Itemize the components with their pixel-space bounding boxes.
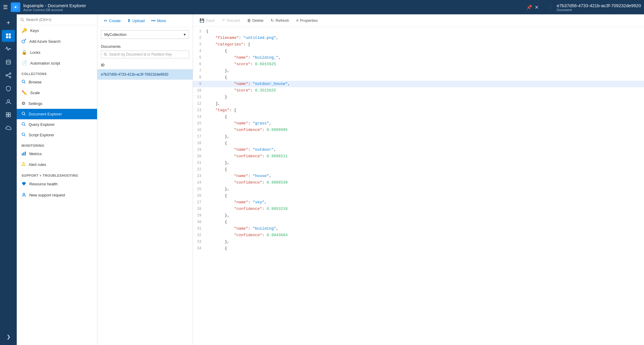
connections-icon[interactable]	[2, 69, 15, 81]
json-colon: :	[248, 82, 253, 86]
line-content: },	[206, 160, 229, 166]
nav-search-input[interactable]	[26, 17, 93, 22]
line-content: {	[206, 166, 227, 173]
json-number: 0.9999995	[267, 128, 288, 132]
more-button[interactable]: ••• More	[148, 17, 169, 25]
json-line: 8 {	[193, 74, 644, 81]
json-editor[interactable]: 1{2 "filename": "untitled.png",3 "catego…	[193, 27, 644, 345]
line-number: 7	[195, 68, 206, 74]
line-content: "confidence": 0.9943684	[206, 232, 288, 239]
add-new-button[interactable]: +	[2, 17, 15, 29]
nav-item-azure-search[interactable]: Add Azure Search	[17, 36, 97, 47]
nav-item-resource-health[interactable]: Resource health	[17, 178, 97, 190]
json-key: "name"	[234, 121, 248, 126]
refresh-icon: ↻	[271, 18, 274, 23]
json-key: "confidence"	[234, 180, 262, 185]
overview-icon[interactable]	[2, 30, 15, 42]
json-indent	[206, 154, 234, 158]
svg-line-22	[24, 83, 26, 84]
discard-icon: ↶	[222, 18, 225, 23]
json-colon: :	[250, 88, 255, 93]
json-editor-panel: 💾 Save ↶ Discard 🗑 Delete ↻ Refresh ≡	[193, 14, 644, 345]
user-icon[interactable]	[2, 96, 15, 108]
svg-rect-29	[22, 153, 23, 155]
json-line: 26 {	[193, 193, 644, 199]
json-brace: {	[225, 75, 227, 80]
json-colon: :	[248, 226, 253, 231]
metrics-icon	[22, 151, 26, 156]
json-indent	[206, 115, 225, 119]
svg-line-20	[24, 39, 26, 40]
document-item[interactable]: e7b37d56-4733-421b-ac3f-709232de9920	[97, 69, 193, 80]
line-content: "confidence": 0.9953216	[206, 206, 288, 212]
security-icon[interactable]	[2, 83, 15, 94]
delete-button[interactable]: 🗑 Delete	[244, 17, 267, 24]
azure-search-icon	[22, 39, 26, 44]
json-brace: },	[225, 68, 229, 73]
discard-button[interactable]: ↶ Discard	[219, 17, 243, 24]
svg-line-26	[24, 125, 26, 126]
pin-icon[interactable]: 📌	[526, 4, 532, 10]
nav-item-scale[interactable]: ✏️ Scale	[17, 87, 97, 98]
json-indent	[206, 246, 225, 251]
json-indent	[206, 147, 234, 152]
json-string: "house"	[253, 174, 269, 178]
json-brace: }	[225, 95, 227, 99]
line-content: {	[206, 219, 227, 225]
nav-item-settings[interactable]: ⚙ Settings	[17, 98, 97, 109]
save-icon: 💾	[200, 18, 204, 23]
nav-item-script-explorer[interactable]: Script Explorer	[17, 130, 97, 140]
close-icon[interactable]: ✕	[535, 4, 539, 10]
json-line: 19 "name": "outdoor",	[193, 146, 644, 153]
save-button[interactable]: 💾 Save	[197, 17, 218, 24]
properties-button[interactable]: ≡ Properties	[293, 17, 321, 24]
json-key: "name"	[234, 226, 248, 231]
nav-item-support-request[interactable]: New support request	[17, 190, 97, 201]
json-line: 18 {	[193, 140, 644, 146]
config-icon[interactable]	[2, 109, 15, 121]
json-line: 10 "score": 0.3515625	[193, 87, 644, 94]
line-content: "name": "building_",	[206, 54, 281, 61]
scale-icon: ✏️	[22, 90, 27, 95]
json-brace: },	[225, 161, 229, 165]
json-comma: ,	[269, 174, 272, 178]
json-line: 13 "tags": [	[193, 107, 644, 114]
collapse-nav-icon[interactable]: ❯	[2, 331, 15, 343]
json-brace: {	[225, 141, 227, 145]
create-button[interactable]: ✏ Create	[101, 17, 124, 25]
support-icon	[22, 192, 26, 198]
json-indent	[206, 95, 225, 99]
activity-icon[interactable]	[2, 43, 15, 55]
nav-item-metrics[interactable]: Metrics	[17, 149, 97, 159]
json-comma: ,	[276, 226, 278, 231]
line-number: 27	[195, 199, 206, 206]
documents-label: Documents	[101, 44, 189, 49]
json-colon: :	[248, 121, 253, 126]
json-indent	[206, 75, 225, 80]
line-number: 6	[195, 61, 206, 68]
line-number: 16	[195, 127, 206, 133]
json-string: "untitled.png"	[243, 36, 276, 40]
doc-search-icon	[104, 53, 107, 56]
refresh-button[interactable]: ↻ Refresh	[268, 17, 292, 24]
json-comma: ,	[274, 147, 276, 152]
nav-item-document-explorer[interactable]: Document Explorer	[17, 109, 97, 119]
nav-item-query-explorer[interactable]: Query Explorer	[17, 119, 97, 130]
nav-item-browse[interactable]: Browse	[17, 77, 97, 87]
line-number: 1	[195, 28, 206, 35]
line-content: {	[206, 48, 227, 54]
nav-item-automation[interactable]: 📄 Automation script	[17, 58, 97, 68]
line-content: {	[206, 114, 227, 120]
document-search-box[interactable]: Search by Document id or Partition Key	[101, 51, 189, 58]
hamburger-icon[interactable]: ☰	[3, 4, 8, 10]
cloud-icon[interactable]	[2, 122, 15, 134]
upload-button[interactable]: ⬆ Upload	[124, 17, 148, 25]
svg-point-12	[7, 100, 10, 102]
nav-search-box[interactable]	[17, 14, 97, 25]
database-icon[interactable]	[2, 56, 15, 68]
nav-item-alert-rules[interactable]: Alert rules	[17, 159, 97, 170]
json-line: 29 },	[193, 212, 644, 219]
collection-dropdown[interactable]: MyCollection ▾	[101, 30, 189, 39]
nav-item-locks[interactable]: 🔒 Locks	[17, 47, 97, 58]
nav-item-keys[interactable]: 🔑 Keys	[17, 25, 97, 36]
